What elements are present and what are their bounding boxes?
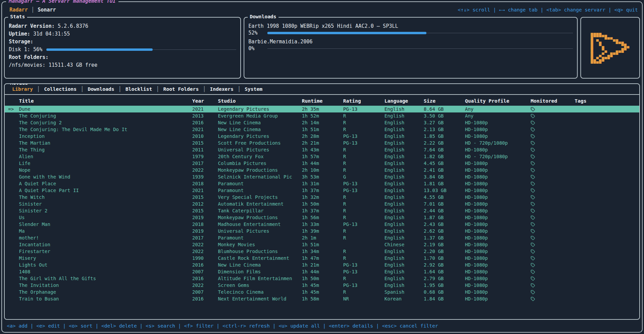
cell-runtime: 1h 39m — [302, 228, 343, 234]
cell-monitored — [531, 121, 575, 125]
table-row[interactable]: Ma 2019 Universal Pictures 1h 39m R Engl… — [5, 228, 639, 234]
tab-system[interactable]: System — [241, 86, 266, 92]
tab-separator: │ — [81, 86, 84, 92]
cell-quality-profile: HD-1080p — [465, 174, 531, 180]
cell-title: The Conjuring: The Devil Made Me Do It — [19, 127, 192, 132]
root-folder-line: /nfs/movies: 11511.43 GB free — [9, 61, 236, 69]
table-row[interactable]: Nope 2022 Monkeypaw Productions 2h 10m R… — [5, 167, 639, 173]
cell-year: 1939 — [192, 174, 218, 180]
cell-year: 2016 — [192, 276, 218, 281]
table-row[interactable]: Firestarter 2022 Blumhouse Productions 1… — [5, 248, 639, 255]
column-header-year[interactable]: Year — [192, 98, 218, 104]
cell-studio: Tank Caterpillar — [218, 208, 302, 213]
cell-studio: Scott Free Productions — [218, 140, 302, 146]
monitored-tag-icon — [531, 209, 535, 213]
cell-language: Korean — [384, 296, 424, 301]
cell-quality-profile: HD-1080p — [465, 262, 531, 268]
column-header-quality-profile[interactable]: Quality Profile — [465, 98, 531, 104]
table-row[interactable]: Slender Man 2018 Madhouse Entertainment … — [5, 221, 639, 228]
cell-size: 2.19 GB — [424, 242, 465, 247]
table-row[interactable]: Misery 1990 Castle Rock Entertainment 1h… — [5, 255, 639, 262]
cell-rating: R — [343, 127, 384, 132]
column-header-tags[interactable]: Tags — [575, 98, 636, 104]
cell-quality-profile: HD-1080p — [465, 235, 531, 241]
table-row[interactable]: => Dune 2021 Legendary Pictures 2h 35m P… — [5, 106, 639, 112]
column-header-studio[interactable]: Studio — [218, 98, 302, 104]
table-row[interactable]: Train to Busan 2016 Next Entertainment W… — [5, 295, 639, 302]
cell-size: 2.41 GB — [424, 167, 465, 173]
cell-language: English — [384, 140, 424, 146]
table-row[interactable]: The Girl with All the Gifts 2016 Altitud… — [5, 275, 639, 282]
table-row[interactable]: Life 2017 Columbia Pictures 1h 44m R Eng… — [5, 160, 639, 167]
cell-quality-profile: HD-1080p — [465, 242, 531, 247]
cell-monitored — [531, 283, 575, 288]
cell-year: 1979 — [192, 154, 218, 159]
cell-monitored — [531, 290, 575, 294]
column-header-rating[interactable]: Rating — [343, 98, 384, 104]
header-spacer — [8, 98, 19, 104]
cell-quality-profile: HD-1080p — [465, 127, 531, 132]
column-header-size[interactable]: Size — [424, 98, 465, 104]
table-row[interactable]: The Conjuring 2013 Evergreen Media Group… — [5, 112, 639, 119]
cell-studio: New Line Cinema — [218, 120, 302, 125]
column-header-title[interactable]: Title — [19, 98, 192, 104]
cell-title: Slender Man — [19, 222, 192, 227]
table-row[interactable]: Sinister 2012 Automatik Entertainment 1h… — [5, 201, 639, 207]
cell-monitored — [531, 161, 575, 166]
table-row[interactable]: The Thing 2011 Universal Pictures 1h 43m… — [5, 146, 639, 153]
cell-studio: Universal Pictures — [218, 147, 302, 152]
logo-panel: ▄▄▄▄ █▀▀▀▀█▄▄ █ ▀▄ ▀█▄▄ █ ▀▄ ▀█▄ █ ▀▄ ▄▄… — [580, 17, 640, 79]
monitored-tag-icon — [531, 114, 535, 118]
cell-quality-profile: Any — [465, 113, 531, 119]
table-row[interactable]: Sinister 2 2015 Tank Caterpillar 1h 37m … — [5, 207, 639, 214]
servarr-tab-radarr[interactable]: Radarr — [6, 7, 31, 13]
cell-size: 1.82 GB — [424, 154, 465, 159]
servarr-tab-sonarr[interactable]: Sonarr — [34, 7, 59, 13]
cell-studio: New Line Cinema — [218, 262, 302, 268]
table-row[interactable]: 1408 2007 Dimension Films 1h 44m PG-13 E… — [5, 268, 639, 275]
tab-blocklist[interactable]: Blocklist — [121, 86, 156, 92]
table-row[interactable]: Us 2019 Monkeypaw Productions 1h 56m R E… — [5, 214, 639, 221]
cell-size: 7.64 GB — [424, 147, 465, 152]
table-row[interactable]: The Witch 2015 Very Special Projects 1h … — [5, 194, 639, 201]
cell-studio: Columbia Pictures — [218, 161, 302, 166]
tab-downloads[interactable]: Downloads — [84, 86, 118, 92]
cell-quality-profile: HD-1080p — [465, 133, 531, 139]
table-row[interactable]: A Quiet Place Part II 2021 Paramount 1h … — [5, 187, 639, 194]
column-header-language[interactable]: Language — [384, 98, 424, 104]
uptime-value: 31d 04:31:55 — [33, 30, 70, 38]
table-row[interactable]: Gone with the Wind 1939 Selznick Interna… — [5, 173, 639, 180]
cell-title: 1408 — [19, 269, 192, 274]
cell-size: 0.68 GB — [424, 289, 465, 295]
tab-indexers[interactable]: Indexers — [206, 86, 238, 92]
table-row[interactable]: Lights Out 2016 New Line Cinema 1h 21m P… — [5, 262, 639, 268]
cell-rating: PG-13 — [343, 222, 384, 227]
cell-rating: R — [343, 167, 384, 173]
tab-library[interactable]: Library — [8, 86, 37, 92]
cell-monitored — [531, 188, 575, 193]
table-row[interactable]: mother! 2017 Paramount 2h 1m R English 1… — [5, 234, 639, 241]
table-row[interactable]: The Invitation 2022 Screen Gems 1h 45m P… — [5, 282, 639, 289]
table-row[interactable]: Inception 2010 Legendary Pictures 2h 28m… — [5, 133, 639, 140]
table-row[interactable]: Incantation 2022 Monkey Movies 1h 51m Ch… — [5, 241, 639, 248]
table-row[interactable]: The Conjuring: The Devil Made Me Do It 2… — [5, 126, 639, 133]
cell-title: Inception — [19, 133, 192, 139]
table-row[interactable]: The Conjuring 2 2016 New Line Cinema 2h … — [5, 119, 639, 126]
table-row[interactable]: The Martian 2015 Scott Free Productions … — [5, 140, 639, 146]
tab-root-folders[interactable]: Root Folders — [159, 86, 203, 92]
cell-title: The Conjuring 2 — [19, 120, 192, 125]
selection-indicator: => — [8, 106, 19, 112]
column-header-monitored[interactable]: Monitored — [531, 98, 575, 104]
cell-language: English — [384, 249, 424, 254]
cell-quality-profile: HD-1080p — [465, 201, 531, 207]
managarr-logo: ▄▄▄▄ █▀▀▀▀█▄▄ █ ▀▄ ▀█▄▄ █ ▀▄ ▀█▄ █ ▀▄ ▄▄… — [591, 31, 629, 66]
tab-collections[interactable]: Collections — [40, 86, 81, 92]
table-row[interactable]: A Quiet Place 2018 Paramount 1h 31m PG-1… — [5, 180, 639, 187]
cell-monitored — [531, 182, 575, 186]
monitored-tag-icon — [531, 276, 535, 281]
cell-monitored — [531, 229, 575, 233]
cell-studio: Telecinco Cinema — [218, 289, 302, 295]
column-header-runtime[interactable]: Runtime — [302, 98, 343, 104]
table-row[interactable]: The Orphanage 2007 Telecinco Cinema 1h 4… — [5, 289, 639, 295]
table-row[interactable]: Alien 1979 20th Century Fox 1h 57m R Eng… — [5, 153, 639, 160]
